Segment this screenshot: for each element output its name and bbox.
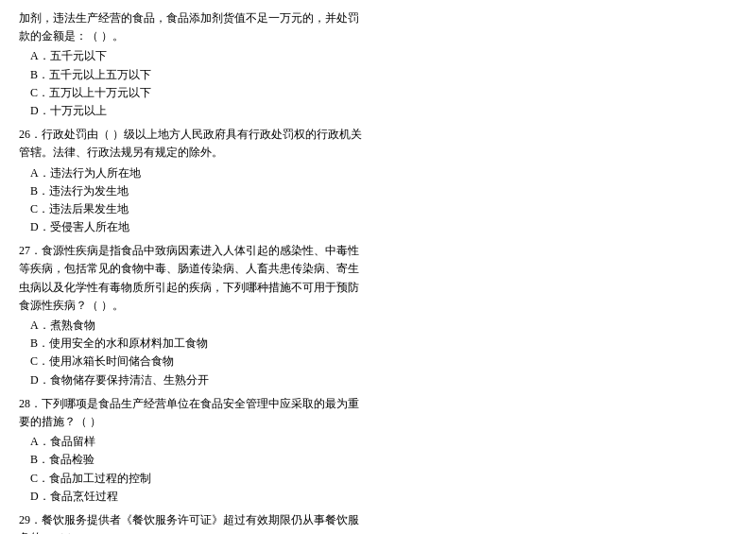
- question-28-option-c: C．食品加工过程的控制: [19, 470, 369, 488]
- question-25-option-d: D．十万元以上: [19, 102, 369, 120]
- question-28: 28．下列哪项是食品生产经营单位在食品安全管理中应采取的最为重要的措施？（ ） …: [19, 395, 369, 506]
- question-25-option-b: B．五千元以上五万以下: [19, 66, 369, 84]
- question-27-option-a: A．煮熟食物: [19, 317, 369, 335]
- question-28-text: 28．下列哪项是食品生产经营单位在食品安全管理中应采取的最为重要的措施？（ ）: [19, 395, 369, 431]
- question-25-text: 加剂，违法生产经营的食品，食品添加剂货值不足一万元的，并处罚款的金额是：（ ）。: [19, 9, 369, 45]
- question-29-text: 29．餐饮服务提供者《餐饮服务许可证》超过有效期限仍从事餐饮服务的，（ ）。: [19, 511, 369, 534]
- question-25-option-a: A．五千元以下: [19, 47, 369, 65]
- question-28-option-b: B．食品检验: [19, 451, 369, 469]
- question-27-option-c: C．使用冰箱长时间储合食物: [19, 353, 369, 370]
- question-27-option-b: B．使用安全的水和原材料加工食物: [19, 335, 369, 353]
- question-25: 加剂，违法生产经营的食品，食品添加剂货值不足一万元的，并处罚款的金额是：（ ）。…: [19, 9, 369, 120]
- question-25-option-c: C．五万以上十万元以下: [19, 84, 369, 102]
- question-26-option-b: B．违法行为发生地: [19, 182, 369, 200]
- question-27-text: 27．食源性疾病是指食品中致病因素进入人体引起的感染性、中毒性等疾病，包括常见的…: [19, 242, 369, 315]
- question-26-option-a: A．违法行为人所在地: [19, 164, 369, 182]
- page-content: 加剂，违法生产经营的食品，食品添加剂货值不足一万元的，并处罚款的金额是：（ ）。…: [19, 9, 737, 534]
- question-28-option-d: D．食品烹饪过程: [19, 488, 369, 506]
- question-27-option-d: D．食物储存要保持清洁、生熟分开: [19, 371, 369, 389]
- question-27: 27．食源性疾病是指食品中致病因素进入人体引起的感染性、中毒性等疾病，包括常见的…: [19, 242, 369, 389]
- question-28-option-a: A．食品留样: [19, 433, 369, 451]
- question-26-option-d: D．受侵害人所在地: [19, 218, 369, 236]
- question-29: 29．餐饮服务提供者《餐饮服务许可证》超过有效期限仍从事餐饮服务的，（ ）。 A…: [19, 511, 369, 534]
- question-26-text: 26．行政处罚由（ ）级以上地方人民政府具有行政处罚权的行政机关管辖。法律、行政…: [19, 126, 369, 162]
- question-26: 26．行政处罚由（ ）级以上地方人民政府具有行政处罚权的行政机关管辖。法律、行政…: [19, 126, 369, 236]
- question-26-option-c: C．违法后果发生地: [19, 200, 369, 218]
